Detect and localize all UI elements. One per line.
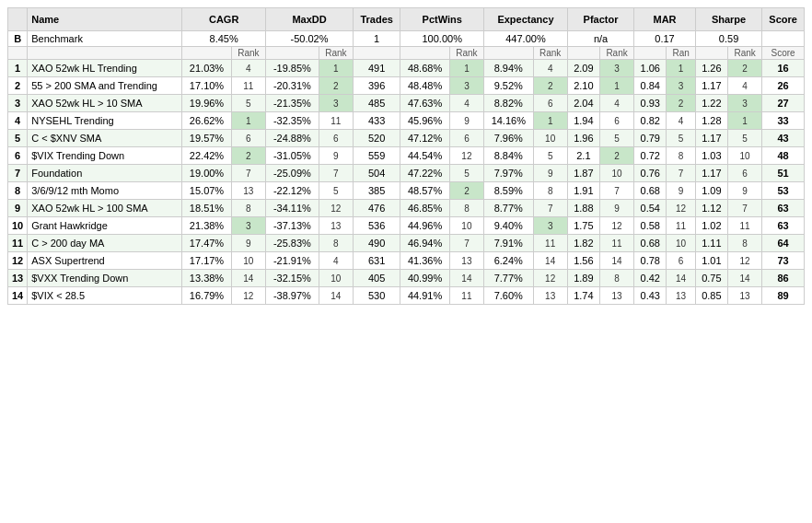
row-pfactor-rank: 1 (599, 77, 633, 95)
row-pfactor-rank: 9 (599, 200, 633, 217)
rank-header-row: Rank Rank Rank Rank Rank Ran Rank Score (8, 47, 805, 60)
row-mar: 0.42 (634, 270, 667, 287)
row-cagr-rank: 2 (231, 147, 265, 165)
benchmark-cagr: 8.45% (182, 31, 266, 47)
row-pctwins-rank: 12 (449, 147, 483, 165)
row-sharpe: 1.11 (695, 235, 727, 252)
row-pfactor: 1.87 (567, 165, 599, 182)
row-trades: 385 (354, 182, 400, 200)
row-expectancy-rank: 3 (533, 217, 567, 235)
row-pctwins: 47.22% (400, 165, 449, 182)
row-trades: 396 (354, 77, 400, 95)
row-mar-rank: 3 (667, 77, 696, 95)
row-trades: 485 (354, 95, 400, 112)
row-mar: 0.68 (634, 235, 667, 252)
row-mar: 0.72 (634, 147, 667, 165)
rank-label-trades (354, 47, 400, 60)
row-name: NYSEHL Trending (28, 112, 182, 130)
rank-label-exp (484, 47, 533, 60)
row-expectancy-rank: 6 (533, 95, 567, 112)
row-mar-rank: 1 (667, 60, 696, 77)
row-num: 10 (8, 217, 28, 235)
row-cagr-rank: 3 (231, 217, 265, 235)
row-sharpe: 1.17 (695, 130, 727, 147)
row-sharpe-rank: 4 (727, 77, 761, 95)
row-expectancy-rank: 14 (533, 252, 567, 270)
row-score: 43 (762, 130, 805, 147)
row-mar: 0.93 (634, 95, 667, 112)
row-score: 89 (762, 287, 805, 305)
row-num: 3 (8, 95, 28, 112)
table-row: 2 55 > 200 SMA and Trending 17.10% 11 -2… (8, 77, 805, 95)
rank-label-pf (567, 47, 599, 60)
row-mar-rank: 6 (667, 252, 696, 270)
row-score: 16 (762, 60, 805, 77)
row-maxdd: -21.35% (266, 95, 319, 112)
row-pfactor-rank: 10 (599, 165, 633, 182)
row-cagr-rank: 7 (231, 165, 265, 182)
rank-label-exp-r: Rank (533, 47, 567, 60)
row-trades: 536 (354, 217, 400, 235)
row-expectancy-rank: 2 (533, 77, 567, 95)
table-row: 3 XAO 52wk HL > 10 SMA 19.96% 5 -21.35% … (8, 95, 805, 112)
row-score: 26 (762, 77, 805, 95)
row-pctwins-rank: 1 (449, 60, 483, 77)
table-row: 4 NYSEHL Trending 26.62% 1 -32.35% 11 43… (8, 112, 805, 130)
row-cagr: 13.38% (182, 270, 231, 287)
row-score: 73 (762, 252, 805, 270)
row-pfactor: 1.89 (567, 270, 599, 287)
row-sharpe: 0.75 (695, 270, 727, 287)
row-score: 53 (762, 182, 805, 200)
row-cagr-rank: 8 (231, 200, 265, 217)
row-sharpe-rank: 10 (727, 147, 761, 165)
row-mar-rank: 4 (667, 112, 696, 130)
row-num: 11 (8, 235, 28, 252)
rank-empty (8, 47, 28, 60)
main-container: Name CAGR MaxDD Trades PctWins Expectanc… (0, 0, 812, 312)
row-pfactor-rank: 12 (599, 217, 633, 235)
row-trades: 530 (354, 287, 400, 305)
row-sharpe-rank: 11 (727, 217, 761, 235)
row-num: 9 (8, 200, 28, 217)
row-expectancy-rank: 1 (533, 112, 567, 130)
row-expectancy-rank: 8 (533, 182, 567, 200)
performance-table: Name CAGR MaxDD Trades PctWins Expectanc… (7, 7, 805, 305)
row-trades: 559 (354, 147, 400, 165)
row-expectancy: 7.60% (484, 287, 533, 305)
row-pctwins: 48.48% (400, 77, 449, 95)
row-cagr: 18.51% (182, 200, 231, 217)
row-maxdd-rank: 1 (319, 60, 353, 77)
rank-label-cagr (182, 47, 231, 60)
row-mar-rank: 8 (667, 147, 696, 165)
row-maxdd: -24.88% (266, 130, 319, 147)
row-trades: 490 (354, 235, 400, 252)
row-mar: 0.54 (634, 200, 667, 217)
row-sharpe-rank: 5 (727, 130, 761, 147)
row-sharpe: 1.17 (695, 165, 727, 182)
row-num: 13 (8, 270, 28, 287)
row-pctwins-rank: 13 (449, 252, 483, 270)
row-cagr-rank: 4 (231, 60, 265, 77)
col-header-mar: MAR (634, 8, 696, 31)
row-sharpe-rank: 8 (727, 235, 761, 252)
row-expectancy: 7.77% (484, 270, 533, 287)
row-trades: 405 (354, 270, 400, 287)
row-cagr: 15.07% (182, 182, 231, 200)
row-expectancy-rank: 5 (533, 147, 567, 165)
col-header-trades: Trades (354, 8, 400, 31)
row-name: XAO 52wk HL > 100 SMA (28, 200, 182, 217)
row-cagr-rank: 5 (231, 95, 265, 112)
row-num: 8 (8, 182, 28, 200)
row-maxdd-rank: 13 (319, 217, 353, 235)
row-maxdd-rank: 8 (319, 235, 353, 252)
row-pctwins: 47.63% (400, 95, 449, 112)
row-pctwins: 45.96% (400, 112, 449, 130)
row-expectancy-rank: 12 (533, 270, 567, 287)
col-header-rownum (8, 8, 28, 31)
row-expectancy: 7.97% (484, 165, 533, 182)
row-pctwins-rank: 2 (449, 182, 483, 200)
col-header-cagr: CAGR (182, 8, 266, 31)
row-num: 4 (8, 112, 28, 130)
row-cagr-rank: 9 (231, 235, 265, 252)
row-mar: 0.68 (634, 182, 667, 200)
